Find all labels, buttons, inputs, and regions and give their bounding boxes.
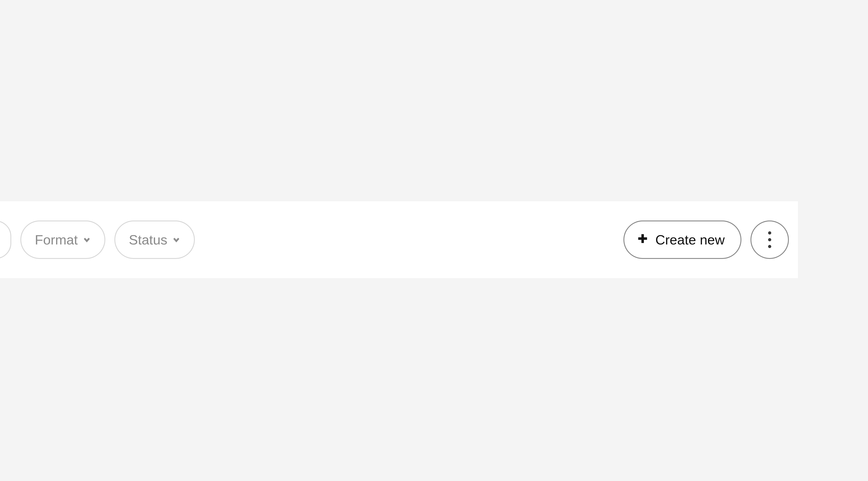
chevron-down-icon — [83, 236, 91, 244]
chevron-down-icon — [172, 236, 180, 244]
filter-format-dropdown[interactable]: Format — [20, 220, 105, 259]
filter-dropdown-partial[interactable] — [0, 220, 11, 259]
page-root: Format Status Crea — [0, 0, 868, 481]
filter-status-dropdown[interactable]: Status — [114, 220, 195, 259]
create-new-button[interactable]: Create new — [623, 220, 741, 259]
more-vertical-icon — [768, 231, 771, 248]
toolbar: Format Status Crea — [0, 201, 798, 278]
filter-format-label: Format — [35, 232, 78, 248]
filter-group: Format Status — [0, 220, 195, 259]
more-options-button[interactable] — [750, 220, 789, 259]
actions-group: Create new — [623, 220, 789, 259]
filter-status-label: Status — [129, 232, 167, 248]
create-new-label: Create new — [655, 232, 725, 248]
plus-icon — [637, 232, 649, 248]
